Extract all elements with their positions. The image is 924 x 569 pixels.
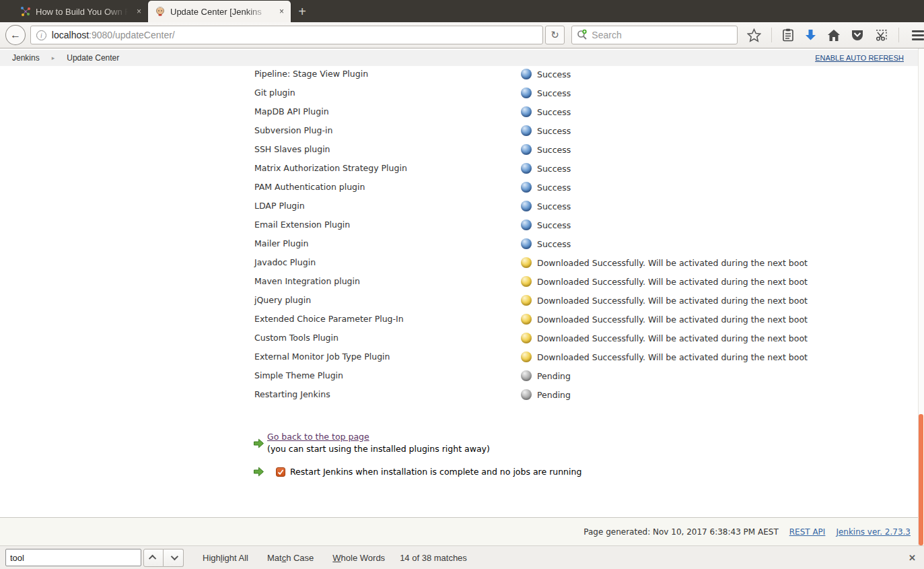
- status-ball-icon: [521, 314, 532, 325]
- scrollbar-track[interactable]: [918, 48, 924, 545]
- reload-icon: ↻: [550, 29, 559, 41]
- scrollbar-thumb[interactable]: [919, 414, 923, 545]
- tab-how-to-build[interactable]: How to Build You Own F ×: [13, 1, 148, 22]
- find-input[interactable]: [5, 549, 141, 566]
- status-ball-icon: [521, 295, 532, 306]
- status-text: Pending: [537, 371, 571, 381]
- highlight-all-toggle[interactable]: Highlight All: [203, 553, 248, 563]
- menu-icon[interactable]: [912, 30, 924, 40]
- plugin-name: Pipeline: Stage View Plugin: [254, 65, 368, 83]
- breadcrumb: Jenkins ▸ Update Center ENABLE AUTO REFR…: [0, 50, 924, 66]
- status-text: Success: [537, 164, 571, 174]
- plugin-name: Matrix Authorization Strategy Plugin: [254, 159, 407, 178]
- breadcrumb-jenkins[interactable]: Jenkins: [12, 53, 40, 63]
- plugin-row: jQuery plugin Downloaded Successfully. W…: [0, 291, 917, 310]
- restart-checkbox[interactable]: [276, 467, 285, 477]
- plugin-row: SSH Slaves plugin Success: [0, 140, 917, 159]
- status-ball-icon: [521, 333, 532, 343]
- plugin-status: Success: [521, 65, 571, 83]
- toolbar-separator: [771, 28, 772, 42]
- status-text: Success: [537, 239, 571, 249]
- status-text: Success: [537, 69, 571, 79]
- whole-words-toggle[interactable]: Whole Words: [332, 553, 385, 563]
- navigation-toolbar: ← i localhost:9080/updateCenter/ ↻ Searc…: [0, 22, 924, 48]
- tab-update-center[interactable]: Update Center [Jenkins ×: [148, 1, 291, 22]
- plugin-name: Javadoc Plugin: [254, 253, 316, 272]
- find-previous-button[interactable]: [143, 549, 164, 567]
- plugin-status: Downloaded Successfully. Will be activat…: [521, 329, 808, 347]
- plugin-name: Subversion Plug-in: [254, 121, 332, 140]
- home-icon[interactable]: [827, 29, 841, 42]
- back-button[interactable]: ←: [5, 25, 26, 45]
- plugin-status: Success: [521, 159, 571, 178]
- go-back-link[interactable]: Go back to the top page: [267, 432, 369, 442]
- plugin-name: PAM Authentication plugin: [254, 178, 365, 197]
- match-case-toggle[interactable]: Match Case: [267, 553, 314, 563]
- plugin-status: Success: [521, 140, 571, 159]
- plugin-name: jQuery plugin: [254, 291, 311, 310]
- rest-api-link[interactable]: REST API: [789, 527, 826, 537]
- search-placeholder: Search: [592, 30, 621, 40]
- plugin-row: MapDB API Plugin Success: [0, 102, 917, 121]
- plugin-name: Mailer Plugin: [254, 234, 308, 253]
- plugin-status: Success: [521, 234, 571, 253]
- search-bar[interactable]: Search: [571, 26, 738, 44]
- find-bar: Highlight All Match Case Whole Words 14 …: [0, 545, 924, 569]
- status-ball-icon: [521, 370, 532, 381]
- url-host: localhost: [52, 30, 89, 40]
- new-tab-button[interactable]: +: [291, 1, 314, 22]
- plugin-row: Javadoc Plugin Downloaded Successfully. …: [0, 253, 917, 272]
- plugin-status: Success: [521, 102, 571, 121]
- status-text: Success: [537, 220, 571, 230]
- plugin-status: Success: [521, 197, 571, 215]
- status-ball-icon: [521, 352, 532, 362]
- plugin-row: LDAP Plugin Success: [0, 197, 917, 215]
- downloads-icon[interactable]: [804, 28, 817, 42]
- plugin-row: Custom Tools Plugin Downloaded Successfu…: [0, 329, 917, 347]
- plugin-status: Pending: [521, 385, 571, 404]
- bookmark-star-icon[interactable]: [747, 28, 761, 42]
- status-text: Success: [537, 126, 571, 136]
- status-text: Success: [537, 107, 571, 117]
- jenkins-version-link[interactable]: Jenkins ver. 2.73.3: [836, 527, 911, 537]
- page-generated-text: Page generated: Nov 10, 2017 6:38:43 PM …: [583, 527, 778, 537]
- status-text: Downloaded Successfully. Will be activat…: [537, 314, 808, 325]
- status-text: Downloaded Successfully. Will be activat…: [537, 296, 808, 306]
- plugin-row: Git plugin Success: [0, 83, 917, 102]
- browser-window: How to Build You Own F × Update Center […: [0, 0, 924, 569]
- reload-button[interactable]: ↻: [545, 26, 565, 44]
- plugin-name: Git plugin: [254, 83, 295, 102]
- chevron-down-icon: [170, 553, 178, 560]
- find-next-button[interactable]: [164, 549, 184, 567]
- green-arrow-icon: [253, 466, 264, 477]
- colorful-network-favicon-icon: [20, 6, 31, 17]
- bookmarks-menu-icon[interactable]: [782, 28, 794, 42]
- page-footer: Page generated: Nov 10, 2017 6:38:43 PM …: [0, 517, 924, 545]
- plugin-row: Email Extension Plugin Success: [0, 215, 917, 234]
- find-close-icon[interactable]: ✕: [909, 553, 916, 563]
- status-text: Success: [537, 201, 571, 211]
- page-info-icon[interactable]: i: [36, 30, 46, 40]
- toolbar-separator: [898, 28, 899, 42]
- plugin-row: Pipeline: Stage View Plugin Success: [0, 65, 917, 83]
- tab-title: How to Build You Own F: [36, 7, 132, 17]
- tab-close-icon[interactable]: ×: [137, 7, 141, 16]
- plugin-name: Custom Tools Plugin: [254, 329, 339, 347]
- search-icon: [576, 29, 588, 41]
- url-bar[interactable]: i localhost:9080/updateCenter/: [30, 26, 543, 44]
- plugin-row: Maven Integration plugin Downloaded Succ…: [0, 272, 917, 291]
- screenshot-scissors-icon[interactable]: [874, 28, 888, 42]
- plugin-status: Pending: [521, 366, 571, 385]
- status-ball-icon: [521, 125, 532, 136]
- status-ball-icon: [521, 276, 532, 287]
- status-ball-icon: [521, 257, 532, 268]
- checkmark-icon: [277, 469, 284, 475]
- breadcrumb-update-center[interactable]: Update Center: [67, 53, 119, 63]
- plugin-status: Success: [521, 215, 571, 234]
- plugin-row: Matrix Authorization Strategy Plugin Suc…: [0, 159, 917, 178]
- tab-close-icon[interactable]: ×: [279, 7, 284, 16]
- pocket-icon[interactable]: [851, 28, 864, 42]
- chevron-up-icon: [149, 555, 156, 562]
- url-path: :9080/updateCenter/: [89, 30, 175, 40]
- enable-auto-refresh-link[interactable]: ENABLE AUTO REFRESH: [815, 54, 904, 62]
